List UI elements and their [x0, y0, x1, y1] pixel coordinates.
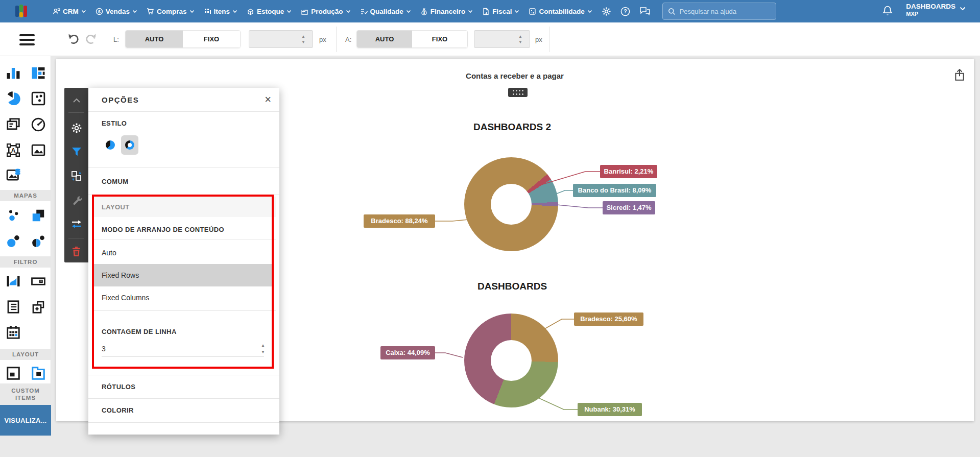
layered-map-widget-button[interactable] [30, 207, 47, 224]
spinner-down-icon[interactable]: ▼ [261, 350, 265, 354]
options-panel: OPÇÕES × ESTILO COMUM LAYOUT MODO DE ARR… [88, 88, 279, 435]
menu-producao[interactable]: Produção [301, 8, 350, 15]
gauge-widget-button[interactable] [30, 116, 47, 133]
common-section-label[interactable]: COMUM [102, 178, 129, 185]
menu-itens[interactable]: Itens [204, 8, 238, 15]
row-count-input[interactable]: 3 [102, 341, 264, 356]
menu-contabilidade[interactable]: Contabilidade [529, 8, 592, 15]
menu-fiscal[interactable]: Fiscal [482, 8, 519, 15]
date-filter-widget-button[interactable] [5, 324, 22, 341]
qualidade-icon [360, 8, 368, 15]
chevron-down-icon [232, 10, 237, 13]
layout-container-widget-button[interactable] [5, 365, 22, 382]
itens-icon [204, 8, 211, 15]
height-fixed-button[interactable]: FIXO [412, 31, 467, 47]
bar-chart-widget-button[interactable] [5, 64, 22, 82]
style-donut-button[interactable] [121, 135, 138, 155]
scatter-chart-widget-button[interactable] [30, 90, 47, 107]
width-auto-button[interactable]: AUTO [126, 31, 183, 47]
sidebar-section-filtro: FILTRO [0, 256, 51, 268]
menu-crm[interactable]: CRM [53, 8, 86, 15]
pie-map-widget-button[interactable] [30, 232, 47, 250]
image-data-widget-button[interactable] [5, 166, 22, 183]
collapse-up-icon[interactable] [64, 98, 88, 103]
close-icon[interactable]: × [265, 93, 271, 106]
menu-estoque[interactable]: Estoque [247, 8, 292, 15]
search-input[interactable] [680, 8, 761, 15]
help-icon[interactable]: ? [620, 7, 630, 16]
options-panel-title: OPÇÕES [102, 95, 139, 104]
slice-label-nubank[interactable]: Nubank: 30,31% [578, 403, 642, 416]
spinner-up-icon[interactable]: ▲ [261, 343, 265, 348]
arrange-option-fixed-columns[interactable]: Fixed Columns [94, 286, 274, 309]
slice-label-sicredi[interactable]: Sicredi: 1,47% [603, 201, 655, 214]
list-filter-widget-button[interactable] [5, 298, 22, 316]
app-logo[interactable] [15, 5, 29, 18]
estoque-icon [247, 8, 254, 15]
slice-label-caixa[interactable]: Caixa: 44,09% [380, 346, 435, 359]
slice-label-bradesco[interactable]: Bradesco: 88,24% [364, 214, 435, 228]
logo-tile [23, 6, 27, 17]
add-item-filter-widget-button[interactable] [30, 298, 47, 316]
cards-widget-button[interactable] [5, 116, 22, 133]
width-fixed-button[interactable]: FIXO [183, 31, 240, 47]
spinner-up-icon[interactable]: ▲ [518, 35, 522, 39]
dropdown-filter-widget-button[interactable] [30, 273, 47, 290]
spinner-up-icon[interactable]: ▲ [301, 35, 305, 39]
widget-tool-strip [64, 88, 88, 262]
toolbar-divider [336, 27, 337, 52]
share-export-icon[interactable] [954, 69, 965, 81]
settings-gear-icon[interactable] [602, 7, 611, 16]
widget-settings-gear-icon[interactable] [64, 123, 88, 134]
slice-label-bradesco-2[interactable]: Bradesco: 25,60% [574, 312, 643, 326]
menu-qualidade[interactable]: Qualidade [360, 8, 411, 15]
spinner-down-icon[interactable]: ▼ [301, 40, 305, 44]
range-filter-widget-button[interactable] [5, 273, 22, 290]
chevron-down-icon [346, 10, 351, 13]
bubble-map-widget-button[interactable] [5, 232, 22, 250]
spinner-down-icon[interactable]: ▼ [518, 40, 522, 44]
donut-chart-dashboards[interactable] [464, 314, 558, 407]
treemap-widget-button[interactable] [30, 64, 47, 82]
donut-chart-dashboards2[interactable] [464, 157, 558, 251]
text-widget-button[interactable]: A [5, 141, 22, 159]
menu-compras[interactable]: Compras [147, 8, 195, 15]
slice-label-banrisul[interactable]: Banrisul: 2,21% [600, 165, 657, 178]
pie-chart-widget-button[interactable] [5, 90, 22, 107]
widget-wrench-icon[interactable] [64, 195, 88, 205]
height-auto-button[interactable]: AUTO [357, 31, 412, 47]
slice-label-banco-do-brasil[interactable]: Banco do Brasil: 8,09% [573, 184, 656, 197]
notifications-bell-icon[interactable] [882, 5, 893, 17]
chat-icon[interactable] [639, 7, 651, 16]
image-widget-button[interactable] [30, 141, 47, 159]
menu-financeiro[interactable]: $ Financeiro [420, 8, 473, 15]
compras-icon [147, 8, 154, 15]
svg-text:?: ? [624, 9, 627, 14]
account-switcher[interactable]: DASHBOARDS MXP [906, 3, 966, 17]
widget-delete-trash-icon[interactable] [64, 246, 88, 257]
widget-move-copy-icon[interactable] [64, 171, 88, 182]
redo-button[interactable] [84, 32, 98, 46]
labels-section-label[interactable]: RÓTULOS [102, 383, 135, 391]
visualize-button[interactable]: VISUALIZA... [0, 405, 51, 436]
chart-title: DASHBOARDS 2 [405, 122, 619, 133]
color-section-label[interactable]: COLORIR [102, 406, 134, 414]
arrange-option-auto[interactable]: Auto [94, 242, 274, 264]
widget-swap-icon[interactable] [64, 220, 88, 229]
height-value-input[interactable]: ▲ ▼ [474, 30, 530, 48]
widget-drag-handle[interactable] [508, 88, 528, 97]
logo-tile [19, 12, 23, 17]
widget-filter-icon[interactable] [64, 147, 88, 157]
width-value-input[interactable]: ▲ ▼ [249, 30, 313, 48]
layout-tab-widget-button[interactable] [30, 365, 47, 382]
height-px-label: px [535, 36, 542, 43]
sidebar-section-mapas: MAPAS [0, 190, 51, 201]
dot-map-widget-button[interactable] [5, 207, 22, 224]
menu-vendas[interactable]: $ Vendas [95, 8, 137, 15]
undo-button[interactable] [66, 32, 81, 46]
arrange-option-fixed-rows[interactable]: Fixed Rows [94, 264, 274, 286]
hamburger-menu-icon[interactable] [19, 34, 35, 48]
menu-label: Produção [311, 8, 343, 15]
style-pie-button[interactable] [102, 135, 119, 155]
chevron-down-icon [286, 10, 292, 13]
